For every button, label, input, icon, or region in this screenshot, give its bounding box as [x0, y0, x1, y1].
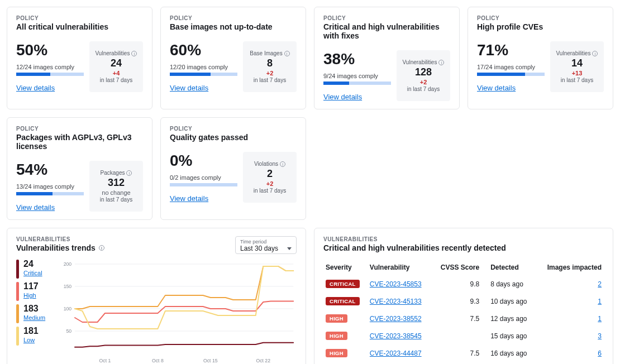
policy-label: POLICY	[477, 15, 604, 21]
panel-title: Critical and high vulnerabilities recent…	[323, 243, 604, 252]
policy-label: POLICY	[170, 15, 297, 21]
legend-item: 181 Low	[16, 327, 55, 346]
images-impacted-link[interactable]: 6	[598, 349, 602, 357]
info-icon[interactable]	[438, 60, 444, 65]
policy-label: POLICY	[170, 126, 297, 132]
policy-card: POLICY Base images not up-to-date 60% 12…	[160, 7, 306, 109]
info-icon[interactable]	[592, 51, 598, 56]
detected-value: 10 days ago	[481, 293, 536, 310]
cve-link[interactable]: CVE-2023-45133	[370, 298, 422, 305]
policy-comply-text: 12/20 images comply	[170, 64, 237, 70]
svg-text:Oct 1: Oct 1	[99, 358, 111, 363]
panel-label: VULNERABILITIES	[16, 236, 104, 242]
metric-period: in last 7 days	[246, 77, 293, 83]
policy-progress	[323, 82, 391, 85]
legend-link[interactable]: Critical	[23, 270, 42, 276]
severity-pill: CRITICAL	[326, 297, 360, 305]
policy-metric-panel: Violations 2 +2 in last 7 days	[243, 152, 297, 203]
metric-count: 8	[246, 58, 293, 69]
col-severity: Severity	[323, 260, 368, 275]
cvss-score: 7.5	[432, 344, 481, 362]
table-row: CRITICAL CVE-2023-45853 9.8 8 days ago 2	[323, 275, 604, 293]
policy-comply-text: 0/2 images comply	[170, 174, 237, 181]
legend-swatch	[16, 282, 19, 301]
info-icon[interactable]	[126, 170, 132, 176]
col-vulnerability: Vulnerability	[368, 260, 432, 275]
policy-progress-fill	[477, 73, 525, 76]
table-row: HIGH CVE-2023-4911 7.8 23 days ago 4	[323, 362, 604, 364]
view-details-link[interactable]: View details	[170, 84, 208, 92]
metric-period: in last 7 days	[93, 77, 140, 83]
policy-metric-panel: Vulnerabilities 14 +13 in last 7 days	[550, 41, 604, 92]
policy-card: POLICY High profile CVEs 71% 17/24 image…	[468, 7, 613, 109]
policy-percentage: 60%	[170, 41, 237, 59]
metric-change: +2	[246, 70, 293, 76]
metric-count: 312	[93, 177, 140, 189]
col-detected: Detected	[481, 260, 536, 275]
view-details-link[interactable]: View details	[16, 203, 55, 212]
metric-count: 24	[93, 58, 140, 69]
policy-title: Quality gates passed	[170, 133, 297, 142]
metric-label: Vulnerabilities	[93, 50, 140, 56]
legend-link[interactable]: Low	[23, 337, 35, 343]
policy-card: POLICY Critical and high vulnerabilities…	[314, 7, 460, 109]
chevron-down-icon	[287, 247, 292, 250]
legend-link[interactable]: Medium	[23, 314, 45, 321]
cve-link[interactable]: CVE-2023-38552	[370, 315, 422, 323]
policy-card: POLICY Packages with AGPLv3, GPLv3 licen…	[7, 117, 152, 220]
view-details-link[interactable]: View details	[16, 84, 55, 92]
trends-chart: 20015010050Oct 1Oct 8Oct 15Oct 22	[60, 260, 297, 364]
vulnerabilities-table: Severity Vulnerability CVSS Score Detect…	[323, 260, 604, 364]
legend-swatch	[16, 304, 19, 323]
legend-swatch	[16, 260, 19, 279]
policy-comply-text: 17/24 images comply	[477, 64, 545, 70]
cve-link[interactable]: CVE-2023-38545	[370, 332, 422, 340]
policy-comply-text: 13/24 images comply	[16, 183, 84, 190]
policy-percentage: 50%	[16, 41, 84, 59]
detected-value: 16 days ago	[481, 344, 536, 362]
vulnerabilities-trends-panel: VULNERABILITIES Vulnerabilities trends T…	[7, 228, 306, 364]
images-impacted-link[interactable]: 2	[598, 280, 602, 288]
detected-value: 12 days ago	[481, 310, 536, 327]
cvss-score: 9.8	[432, 275, 481, 293]
info-icon[interactable]	[280, 161, 285, 167]
metric-change: +4	[93, 70, 140, 76]
info-icon[interactable]	[131, 51, 137, 56]
policy-progress-fill	[323, 82, 349, 85]
images-impacted-link[interactable]: 1	[598, 298, 602, 305]
metric-count: 2	[246, 168, 293, 180]
view-details-link[interactable]: View details	[323, 93, 362, 101]
table-row: HIGH CVE-2023-38545 15 days ago 3	[323, 327, 604, 344]
time-period-select[interactable]: Time period Last 30 days	[235, 236, 297, 254]
view-details-link[interactable]: View details	[477, 84, 516, 92]
table-row: CRITICAL CVE-2023-45133 9.3 10 days ago …	[323, 293, 604, 310]
policy-percentage: 71%	[477, 41, 545, 59]
policy-progress	[16, 192, 84, 195]
severity-pill: HIGH	[326, 332, 347, 340]
metric-period: in last 7 days	[554, 77, 600, 83]
policy-progress	[170, 183, 237, 186]
svg-text:200: 200	[64, 261, 72, 267]
svg-text:100: 100	[64, 306, 72, 312]
info-icon[interactable]	[284, 51, 290, 56]
cve-link[interactable]: CVE-2023-45853	[370, 280, 422, 288]
legend-item: 24 Critical	[16, 260, 55, 279]
table-row: HIGH CVE-2023-44487 7.5 16 days ago 6	[323, 344, 604, 362]
cve-link[interactable]: CVE-2023-44487	[370, 349, 422, 357]
policy-percentage: 38%	[323, 50, 391, 68]
policy-title: High profile CVEs	[477, 22, 604, 31]
info-icon[interactable]	[99, 245, 104, 251]
policy-cards-grid: POLICY All critical vulnerabilities 50% …	[7, 7, 613, 220]
policy-title: Base images not up-to-date	[170, 22, 297, 31]
policy-comply-text: 12/24 images comply	[16, 64, 84, 70]
metric-change: +2	[246, 180, 293, 187]
metric-label: Vulnerabilities	[554, 50, 600, 56]
policy-comply-text: 9/24 images comply	[323, 73, 391, 79]
view-details-link[interactable]: View details	[170, 194, 208, 203]
metric-period: in last 7 days	[400, 86, 447, 92]
recent-vulnerabilities-panel: VULNERABILITIES Critical and high vulner…	[314, 228, 613, 364]
legend-link[interactable]: High	[23, 292, 36, 299]
images-impacted-link[interactable]: 3	[598, 332, 602, 340]
metric-count: 14	[554, 58, 600, 69]
images-impacted-link[interactable]: 1	[598, 315, 602, 323]
